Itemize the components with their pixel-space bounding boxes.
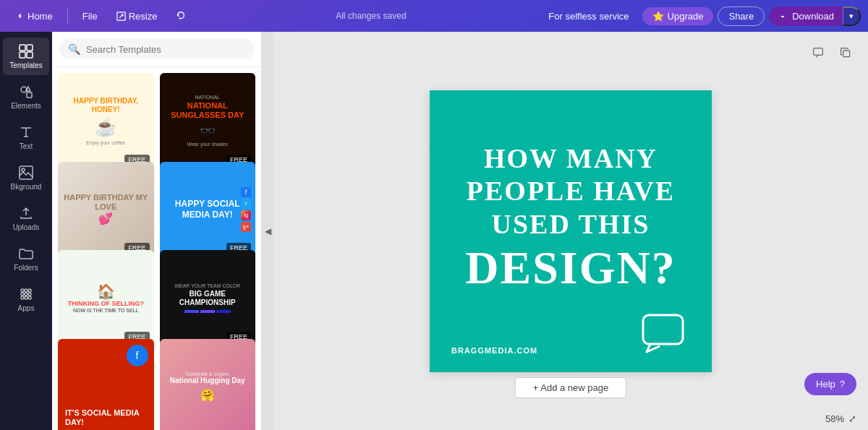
- home-button[interactable]: Home: [7, 8, 60, 25]
- zoom-controls: 58% ⤢: [825, 413, 856, 424]
- design-canvas[interactable]: HOW MANY PEOPLE HAVE USED THIS DESIGN? B…: [430, 90, 712, 372]
- template-card-birthday-honey[interactable]: HAPPY BIRTHDAY, HONEY! ☕ Enjoy your coff…: [58, 73, 154, 169]
- star-icon: ⭐: [652, 11, 664, 22]
- icon-sidebar: Templates Elements Text Bkground: [0, 32, 52, 430]
- zoom-expand-button[interactable]: ⤢: [848, 413, 856, 424]
- elements-icon: [18, 84, 34, 100]
- home-label: Home: [27, 11, 53, 22]
- stripe2: [200, 310, 215, 313]
- text-label: Text: [20, 142, 33, 150]
- sidebar-item-apps[interactable]: Apps: [3, 280, 49, 318]
- upgrade-button[interactable]: ⭐ Upgrade: [642, 7, 714, 25]
- comment-icon: [812, 47, 824, 59]
- svg-rect-7: [20, 166, 33, 179]
- help-icon: ?: [840, 379, 845, 390]
- templates-label: Templates: [9, 61, 43, 69]
- folders-label: Folders: [14, 264, 38, 272]
- svg-rect-19: [843, 51, 850, 57]
- sidebar-item-elements[interactable]: Elements: [3, 78, 49, 116]
- svg-point-15: [21, 296, 24, 299]
- templates-panel: 🔍 HAPPY BIRTHDAY, HONEY! ☕ Enjoy your co…: [52, 32, 262, 430]
- resize-label: Resize: [129, 11, 158, 22]
- add-new-page-button[interactable]: + Add a new page: [515, 377, 626, 398]
- template-card-social-media[interactable]: HAPPY SOCIAL MEDIA DAY! f t ig g+ FREE: [160, 162, 256, 258]
- svg-rect-2: [27, 45, 33, 51]
- sidebar-item-background[interactable]: Bkground: [3, 159, 49, 197]
- card-title: HAPPY SOCIAL MEDIA DAY!: [166, 199, 250, 220]
- uploads-label: Uploads: [13, 223, 40, 231]
- canvas-line1: HOW MANY: [484, 144, 658, 174]
- house-emoji: 🏠: [97, 283, 115, 300]
- facebook-icon: f: [241, 187, 251, 197]
- text-icon: [18, 124, 34, 140]
- stripe3: [216, 310, 231, 313]
- background-label: Bkground: [11, 183, 42, 191]
- card-subtitle: Enjoy your coffee: [86, 140, 125, 145]
- facebook-circle: f: [127, 345, 148, 366]
- sidebar-item-uploads[interactable]: Uploads: [3, 199, 49, 237]
- top-bar: Home File Resize All changes saved For s…: [0, 0, 868, 32]
- template-card-hugging[interactable]: Celebrate & Inspire National Hugging Day…: [160, 339, 256, 431]
- comment-button[interactable]: [807, 42, 829, 64]
- card-subtitle: NOW IS THE TIME TO SELL: [73, 308, 139, 313]
- sidebar-item-text[interactable]: Text: [3, 119, 49, 156]
- search-bar: 🔍: [52, 32, 261, 67]
- canvas-line4: DESIGN?: [465, 243, 676, 293]
- template-card-social-day[interactable]: f IT'S SOCIAL MEDIA DAY!: [58, 339, 154, 431]
- svg-rect-1: [20, 45, 25, 51]
- svg-point-8: [22, 168, 25, 171]
- share-label: Share: [728, 11, 754, 22]
- download-label: Download: [792, 11, 834, 22]
- svg-rect-18: [814, 48, 823, 56]
- resize-icon: [116, 12, 126, 21]
- duplicate-icon: [840, 47, 851, 59]
- canvas-domain: BRAGGMEDIA.COM: [451, 346, 537, 355]
- folders-icon: [18, 246, 34, 262]
- download-chevron-button[interactable]: ▾: [843, 7, 861, 26]
- svg-rect-4: [27, 52, 33, 58]
- duplicate-button[interactable]: [835, 42, 856, 64]
- download-button[interactable]: Download: [769, 7, 843, 26]
- sidebar-item-folders[interactable]: Folders: [3, 240, 49, 278]
- undo-button[interactable]: [169, 8, 193, 24]
- download-group: Download ▾: [769, 7, 861, 26]
- sidebar-item-templates[interactable]: Templates: [3, 38, 49, 75]
- svg-rect-6: [27, 93, 32, 98]
- help-button[interactable]: Help ?: [804, 373, 856, 395]
- card-heart: 💕: [98, 212, 113, 225]
- background-icon: [18, 165, 34, 181]
- file-button[interactable]: File: [75, 8, 105, 25]
- card-title: NATIONAL SUNGLASSES DAY: [166, 101, 250, 120]
- template-card-birthday-love[interactable]: HAPPY BIRTHDAY MY LOVE 💕 FREE: [58, 162, 154, 258]
- canvas-line3: USED THIS: [491, 210, 650, 240]
- search-icon: 🔍: [68, 43, 80, 55]
- template-card-sunglasses[interactable]: NATIONAL NATIONAL SUNGLASSES DAY 🕶️ Wear…: [160, 73, 256, 169]
- card-tagline: Wear your shades: [187, 142, 228, 147]
- card-supertitle: Celebrate & Inspire: [186, 371, 229, 377]
- add-page-area: + Add a new page: [515, 377, 626, 398]
- resize-button[interactable]: Resize: [109, 8, 165, 25]
- canvas-area: HOW MANY PEOPLE HAVE USED THIS DESIGN? B…: [273, 32, 868, 430]
- svg-rect-21: [643, 315, 683, 344]
- google-icon: g+: [241, 222, 251, 232]
- svg-point-5: [21, 87, 27, 93]
- card-title: HAPPY BIRTHDAY, HONEY!: [64, 97, 148, 114]
- collapse-panel-button[interactable]: ◀: [262, 32, 273, 430]
- help-label: Help: [816, 379, 835, 390]
- templates-icon: [18, 43, 34, 59]
- card-supertitle: WEAR YOUR TEAM COLOR: [174, 283, 240, 288]
- share-button[interactable]: Share: [718, 7, 765, 26]
- uploads-icon: [18, 205, 34, 221]
- divider: [67, 9, 68, 23]
- stripe1: [184, 310, 199, 313]
- twitter-icon: t: [241, 199, 251, 209]
- svg-point-17: [28, 296, 31, 299]
- template-card-selling[interactable]: 🏠 THINKING OF SELLING? NOW IS THE TIME T…: [58, 250, 154, 346]
- svg-point-16: [25, 296, 27, 299]
- svg-point-14: [28, 293, 31, 296]
- template-card-championship[interactable]: WEAR YOUR TEAM COLOR BIG GAME CHAMPIONSH…: [160, 250, 256, 346]
- instagram-icon: ig: [241, 210, 251, 220]
- search-input[interactable]: [86, 44, 245, 55]
- card-supertitle: NATIONAL: [195, 95, 221, 100]
- chat-bubble-icon: [639, 311, 690, 355]
